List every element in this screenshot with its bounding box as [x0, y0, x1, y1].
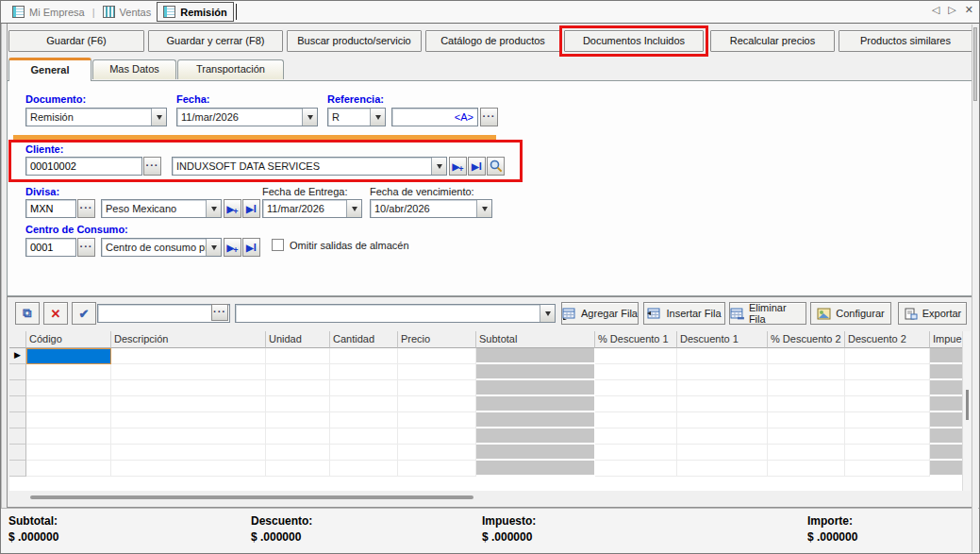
column-header-cantidad[interactable]: Cantidad	[330, 331, 398, 348]
grid-vertical-scrollbar[interactable]	[962, 331, 971, 491]
divisa-name-combobox[interactable]: Peso Mexicano	[101, 199, 222, 218]
grid-cell[interactable]	[26, 461, 111, 477]
chevron-down-icon[interactable]	[206, 239, 221, 256]
divisa-view-detail-button[interactable]: ▶I	[242, 199, 260, 218]
grid-cell[interactable]	[476, 396, 595, 412]
divisa-ellipsis-button[interactable]: ···	[77, 199, 95, 218]
grid-cell[interactable]	[330, 364, 398, 380]
toolbar-button-guardar-f6-[interactable]: Guardar (F6)	[8, 30, 144, 52]
grid-description-combobox[interactable]	[235, 304, 556, 323]
grid-button-configurar[interactable]: Configurar	[810, 302, 891, 325]
grid-cell[interactable]	[930, 396, 965, 412]
column-header--descuento-2[interactable]: % Descuento 2	[768, 331, 845, 348]
grid-cell[interactable]	[677, 380, 768, 396]
grid-cell[interactable]	[845, 461, 930, 477]
grid-cell[interactable]	[111, 461, 266, 477]
referencia-ellipsis-button[interactable]: ···	[480, 108, 498, 126]
cliente-ellipsis-button[interactable]: ···	[143, 157, 161, 176]
grid-cell[interactable]	[677, 396, 768, 412]
grid-cell[interactable]	[111, 348, 266, 364]
grid-cell[interactable]	[398, 428, 476, 445]
chevron-down-icon[interactable]	[206, 200, 221, 217]
chevron-down-icon[interactable]	[476, 200, 491, 217]
cliente-name-combobox[interactable]: INDUXSOFT DATA SERVICES	[172, 157, 447, 176]
grid-cell[interactable]	[845, 380, 930, 396]
grid-cell[interactable]	[677, 445, 768, 461]
grid-cell[interactable]	[595, 428, 677, 445]
row-selector[interactable]	[9, 445, 26, 461]
tab-scroll-right-icon[interactable]: ▷	[948, 4, 955, 16]
grid-cell[interactable]	[768, 396, 845, 412]
fecha-vencimiento-combobox[interactable]: 10/abr/2026	[370, 199, 492, 218]
cliente-search-button[interactable]	[487, 157, 505, 176]
grid-cell[interactable]	[595, 412, 677, 428]
grid-cell[interactable]	[476, 461, 595, 477]
referencia-combobox[interactable]: R	[327, 108, 386, 126]
grid-code-ellipsis-button[interactable]: ···	[211, 304, 228, 321]
column-header-subtotal[interactable]: Subtotal	[476, 331, 595, 348]
divisa-code-field[interactable]: MXN	[25, 199, 76, 218]
grid-cell[interactable]	[677, 364, 768, 380]
grid-cell[interactable]	[26, 364, 111, 380]
grid-cell[interactable]	[595, 364, 677, 380]
grid-cell[interactable]	[330, 461, 398, 477]
fecha-combobox[interactable]: 11/mar/2026	[176, 108, 318, 126]
grid-cell[interactable]	[111, 428, 266, 445]
grid-cell[interactable]	[768, 461, 845, 477]
close-icon[interactable]: ✕	[965, 4, 973, 16]
grid-cell[interactable]	[330, 412, 398, 428]
grid-cell[interactable]	[476, 364, 595, 380]
grid-cell[interactable]	[476, 428, 595, 445]
grid-cell[interactable]	[476, 445, 595, 461]
grid-cell[interactable]	[398, 380, 476, 396]
grid-cell[interactable]	[930, 412, 965, 428]
confirm-button[interactable]: ✔	[72, 302, 96, 325]
grid-cell[interactable]	[398, 348, 476, 364]
centro-consumo-code-field[interactable]: 0001	[25, 238, 76, 257]
grid-cell[interactable]	[845, 396, 930, 412]
grid-cell[interactable]	[266, 348, 330, 364]
chevron-down-icon[interactable]	[346, 200, 361, 217]
grid-cell[interactable]	[768, 348, 845, 364]
grid-cell[interactable]	[677, 461, 768, 477]
chevron-down-icon[interactable]	[151, 109, 166, 126]
grid-cell[interactable]	[330, 428, 398, 445]
grid-cell[interactable]	[26, 428, 111, 445]
grid-button-exportar[interactable]: Exportar	[898, 302, 967, 325]
grid-cell[interactable]	[595, 396, 677, 412]
grid-cell[interactable]	[398, 445, 476, 461]
grid-cell[interactable]	[930, 364, 965, 380]
toolbar-button-buscar-producto-servicio[interactable]: Buscar producto/servicio	[287, 30, 422, 52]
column-header-unidad[interactable]: Unidad	[266, 331, 330, 348]
grid-cell[interactable]	[26, 396, 111, 412]
copy-row-button[interactable]: ⧉	[15, 302, 40, 325]
grid-cell[interactable]	[930, 461, 965, 477]
column-header-descuento-1[interactable]: Descuento 1	[677, 331, 768, 348]
grid-code-search-field[interactable]	[97, 304, 230, 323]
grid-cell[interactable]	[398, 412, 476, 428]
window-tab-mi-empresa[interactable]: Mi Empresa	[7, 4, 91, 20]
selected-cell[interactable]	[26, 348, 111, 364]
grid-cell[interactable]	[595, 461, 677, 477]
window-tab-remisión[interactable]: Remisión	[157, 2, 234, 22]
grid-cell[interactable]	[26, 412, 111, 428]
window-tab-ventas[interactable]: Ventas	[97, 4, 158, 20]
toolbar-button-cat-logo-de-productos[interactable]: Catálogo de productos	[425, 30, 560, 52]
row-selector[interactable]	[9, 461, 26, 477]
grid-cell[interactable]	[111, 396, 266, 412]
grid-cell[interactable]	[111, 380, 266, 396]
grid-cell[interactable]	[266, 412, 330, 428]
grid-cell[interactable]	[845, 412, 930, 428]
cliente-view-detail-button[interactable]: ▶I	[468, 157, 486, 176]
grid-cell[interactable]	[26, 380, 111, 396]
column-header-descripci-n[interactable]: Descripción	[111, 331, 266, 348]
row-selector[interactable]	[9, 396, 26, 412]
grid-button-insertar-fila[interactable]: Insertar Fila	[643, 302, 725, 325]
referencia-mask-field[interactable]: <A>	[391, 108, 478, 126]
grid-cell[interactable]	[768, 380, 845, 396]
grid-cell[interactable]	[930, 445, 965, 461]
grid-cell[interactable]	[677, 412, 768, 428]
grid-cell[interactable]	[768, 412, 845, 428]
chevron-down-icon[interactable]	[540, 305, 555, 322]
grid-cell[interactable]	[266, 445, 330, 461]
